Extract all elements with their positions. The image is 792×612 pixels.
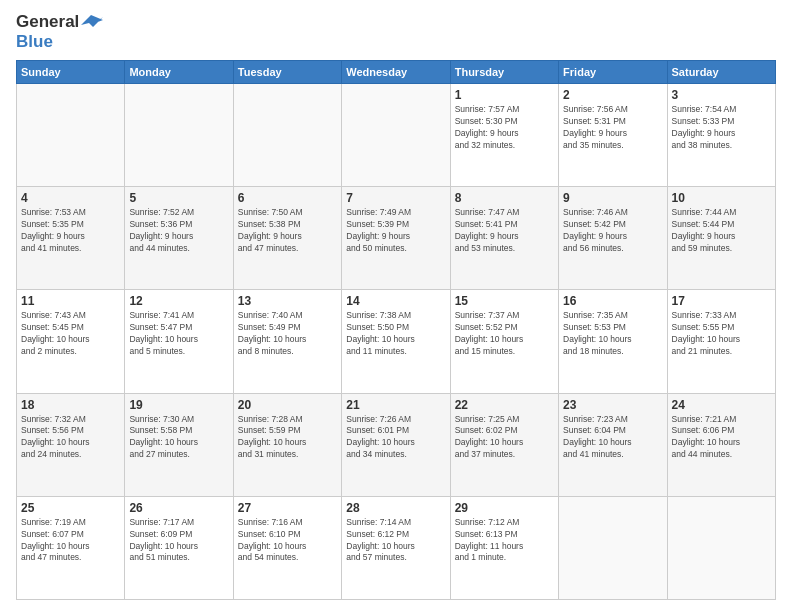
day-header-tuesday: Tuesday bbox=[233, 61, 341, 84]
svg-marker-0 bbox=[81, 15, 103, 27]
day-info: Sunrise: 7:35 AM Sunset: 5:53 PM Dayligh… bbox=[563, 310, 662, 358]
day-number: 3 bbox=[672, 88, 771, 102]
header: General Blue bbox=[16, 12, 776, 52]
day-info: Sunrise: 7:57 AM Sunset: 5:30 PM Dayligh… bbox=[455, 104, 554, 152]
day-number: 6 bbox=[238, 191, 337, 205]
calendar-cell: 11Sunrise: 7:43 AM Sunset: 5:45 PM Dayli… bbox=[17, 290, 125, 393]
day-info: Sunrise: 7:17 AM Sunset: 6:09 PM Dayligh… bbox=[129, 517, 228, 565]
calendar-cell: 23Sunrise: 7:23 AM Sunset: 6:04 PM Dayli… bbox=[559, 393, 667, 496]
calendar-week-row: 1Sunrise: 7:57 AM Sunset: 5:30 PM Daylig… bbox=[17, 84, 776, 187]
day-info: Sunrise: 7:52 AM Sunset: 5:36 PM Dayligh… bbox=[129, 207, 228, 255]
calendar-header-row: SundayMondayTuesdayWednesdayThursdayFrid… bbox=[17, 61, 776, 84]
day-info: Sunrise: 7:37 AM Sunset: 5:52 PM Dayligh… bbox=[455, 310, 554, 358]
calendar-cell: 14Sunrise: 7:38 AM Sunset: 5:50 PM Dayli… bbox=[342, 290, 450, 393]
calendar-cell: 8Sunrise: 7:47 AM Sunset: 5:41 PM Daylig… bbox=[450, 187, 558, 290]
day-number: 8 bbox=[455, 191, 554, 205]
day-number: 22 bbox=[455, 398, 554, 412]
calendar-cell: 22Sunrise: 7:25 AM Sunset: 6:02 PM Dayli… bbox=[450, 393, 558, 496]
day-info: Sunrise: 7:23 AM Sunset: 6:04 PM Dayligh… bbox=[563, 414, 662, 462]
calendar-cell: 3Sunrise: 7:54 AM Sunset: 5:33 PM Daylig… bbox=[667, 84, 775, 187]
day-number: 11 bbox=[21, 294, 120, 308]
calendar-cell: 19Sunrise: 7:30 AM Sunset: 5:58 PM Dayli… bbox=[125, 393, 233, 496]
calendar-cell: 12Sunrise: 7:41 AM Sunset: 5:47 PM Dayli… bbox=[125, 290, 233, 393]
calendar-cell bbox=[342, 84, 450, 187]
calendar-cell bbox=[559, 496, 667, 599]
day-header-wednesday: Wednesday bbox=[342, 61, 450, 84]
calendar-cell: 20Sunrise: 7:28 AM Sunset: 5:59 PM Dayli… bbox=[233, 393, 341, 496]
day-info: Sunrise: 7:12 AM Sunset: 6:13 PM Dayligh… bbox=[455, 517, 554, 565]
day-info: Sunrise: 7:43 AM Sunset: 5:45 PM Dayligh… bbox=[21, 310, 120, 358]
day-info: Sunrise: 7:41 AM Sunset: 5:47 PM Dayligh… bbox=[129, 310, 228, 358]
day-number: 21 bbox=[346, 398, 445, 412]
day-info: Sunrise: 7:33 AM Sunset: 5:55 PM Dayligh… bbox=[672, 310, 771, 358]
calendar-cell: 26Sunrise: 7:17 AM Sunset: 6:09 PM Dayli… bbox=[125, 496, 233, 599]
day-number: 23 bbox=[563, 398, 662, 412]
day-info: Sunrise: 7:32 AM Sunset: 5:56 PM Dayligh… bbox=[21, 414, 120, 462]
calendar-cell: 4Sunrise: 7:53 AM Sunset: 5:35 PM Daylig… bbox=[17, 187, 125, 290]
day-info: Sunrise: 7:53 AM Sunset: 5:35 PM Dayligh… bbox=[21, 207, 120, 255]
calendar-cell: 27Sunrise: 7:16 AM Sunset: 6:10 PM Dayli… bbox=[233, 496, 341, 599]
calendar-cell: 16Sunrise: 7:35 AM Sunset: 5:53 PM Dayli… bbox=[559, 290, 667, 393]
day-number: 5 bbox=[129, 191, 228, 205]
logo-blue: Blue bbox=[16, 32, 53, 51]
logo-general: General bbox=[16, 12, 79, 32]
day-info: Sunrise: 7:56 AM Sunset: 5:31 PM Dayligh… bbox=[563, 104, 662, 152]
day-header-monday: Monday bbox=[125, 61, 233, 84]
calendar-week-row: 4Sunrise: 7:53 AM Sunset: 5:35 PM Daylig… bbox=[17, 187, 776, 290]
day-number: 9 bbox=[563, 191, 662, 205]
calendar-cell: 18Sunrise: 7:32 AM Sunset: 5:56 PM Dayli… bbox=[17, 393, 125, 496]
calendar-week-row: 11Sunrise: 7:43 AM Sunset: 5:45 PM Dayli… bbox=[17, 290, 776, 393]
day-info: Sunrise: 7:40 AM Sunset: 5:49 PM Dayligh… bbox=[238, 310, 337, 358]
calendar-cell: 2Sunrise: 7:56 AM Sunset: 5:31 PM Daylig… bbox=[559, 84, 667, 187]
day-info: Sunrise: 7:38 AM Sunset: 5:50 PM Dayligh… bbox=[346, 310, 445, 358]
calendar-cell: 24Sunrise: 7:21 AM Sunset: 6:06 PM Dayli… bbox=[667, 393, 775, 496]
day-info: Sunrise: 7:47 AM Sunset: 5:41 PM Dayligh… bbox=[455, 207, 554, 255]
day-info: Sunrise: 7:46 AM Sunset: 5:42 PM Dayligh… bbox=[563, 207, 662, 255]
day-number: 24 bbox=[672, 398, 771, 412]
calendar-cell: 21Sunrise: 7:26 AM Sunset: 6:01 PM Dayli… bbox=[342, 393, 450, 496]
day-info: Sunrise: 7:19 AM Sunset: 6:07 PM Dayligh… bbox=[21, 517, 120, 565]
calendar-cell bbox=[17, 84, 125, 187]
calendar-cell: 15Sunrise: 7:37 AM Sunset: 5:52 PM Dayli… bbox=[450, 290, 558, 393]
day-info: Sunrise: 7:21 AM Sunset: 6:06 PM Dayligh… bbox=[672, 414, 771, 462]
day-number: 26 bbox=[129, 501, 228, 515]
day-number: 16 bbox=[563, 294, 662, 308]
day-info: Sunrise: 7:14 AM Sunset: 6:12 PM Dayligh… bbox=[346, 517, 445, 565]
day-header-sunday: Sunday bbox=[17, 61, 125, 84]
page: General Blue SundayMondayTuesdayWednesda… bbox=[0, 0, 792, 612]
calendar-cell: 6Sunrise: 7:50 AM Sunset: 5:38 PM Daylig… bbox=[233, 187, 341, 290]
day-number: 18 bbox=[21, 398, 120, 412]
calendar-cell: 29Sunrise: 7:12 AM Sunset: 6:13 PM Dayli… bbox=[450, 496, 558, 599]
day-number: 12 bbox=[129, 294, 228, 308]
calendar-cell bbox=[667, 496, 775, 599]
day-number: 1 bbox=[455, 88, 554, 102]
calendar-cell: 1Sunrise: 7:57 AM Sunset: 5:30 PM Daylig… bbox=[450, 84, 558, 187]
logo: General Blue bbox=[16, 12, 103, 52]
calendar-week-row: 25Sunrise: 7:19 AM Sunset: 6:07 PM Dayli… bbox=[17, 496, 776, 599]
calendar-cell: 13Sunrise: 7:40 AM Sunset: 5:49 PM Dayli… bbox=[233, 290, 341, 393]
calendar-cell: 28Sunrise: 7:14 AM Sunset: 6:12 PM Dayli… bbox=[342, 496, 450, 599]
day-header-thursday: Thursday bbox=[450, 61, 558, 84]
day-number: 28 bbox=[346, 501, 445, 515]
calendar-cell: 25Sunrise: 7:19 AM Sunset: 6:07 PM Dayli… bbox=[17, 496, 125, 599]
day-info: Sunrise: 7:16 AM Sunset: 6:10 PM Dayligh… bbox=[238, 517, 337, 565]
day-number: 27 bbox=[238, 501, 337, 515]
day-number: 17 bbox=[672, 294, 771, 308]
calendar-cell: 5Sunrise: 7:52 AM Sunset: 5:36 PM Daylig… bbox=[125, 187, 233, 290]
day-number: 4 bbox=[21, 191, 120, 205]
calendar-cell bbox=[233, 84, 341, 187]
day-number: 7 bbox=[346, 191, 445, 205]
calendar-cell: 9Sunrise: 7:46 AM Sunset: 5:42 PM Daylig… bbox=[559, 187, 667, 290]
calendar-week-row: 18Sunrise: 7:32 AM Sunset: 5:56 PM Dayli… bbox=[17, 393, 776, 496]
calendar-cell bbox=[125, 84, 233, 187]
day-number: 13 bbox=[238, 294, 337, 308]
day-number: 14 bbox=[346, 294, 445, 308]
day-info: Sunrise: 7:49 AM Sunset: 5:39 PM Dayligh… bbox=[346, 207, 445, 255]
calendar-cell: 17Sunrise: 7:33 AM Sunset: 5:55 PM Dayli… bbox=[667, 290, 775, 393]
day-info: Sunrise: 7:26 AM Sunset: 6:01 PM Dayligh… bbox=[346, 414, 445, 462]
day-info: Sunrise: 7:30 AM Sunset: 5:58 PM Dayligh… bbox=[129, 414, 228, 462]
calendar-cell: 7Sunrise: 7:49 AM Sunset: 5:39 PM Daylig… bbox=[342, 187, 450, 290]
calendar-table: SundayMondayTuesdayWednesdayThursdayFrid… bbox=[16, 60, 776, 600]
day-header-saturday: Saturday bbox=[667, 61, 775, 84]
day-info: Sunrise: 7:50 AM Sunset: 5:38 PM Dayligh… bbox=[238, 207, 337, 255]
